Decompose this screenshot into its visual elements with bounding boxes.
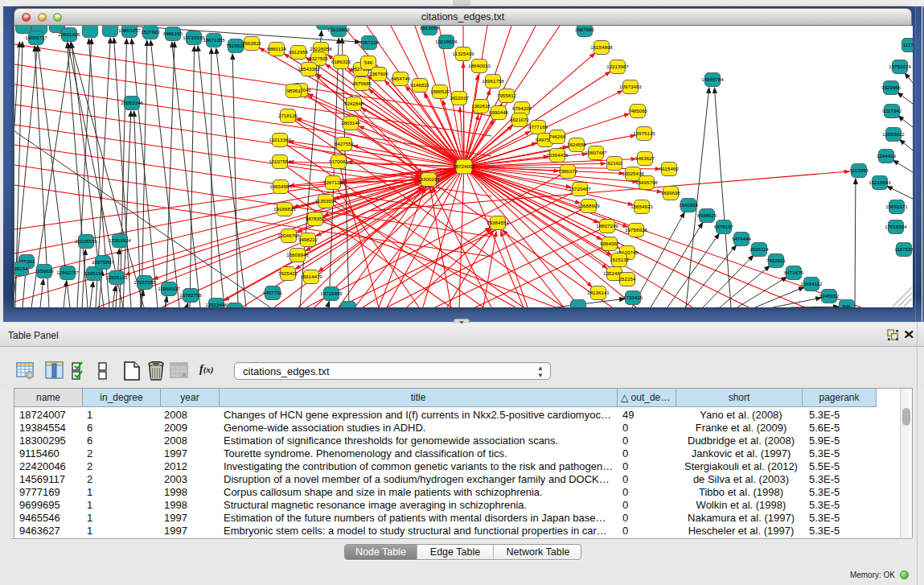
svg-text:8427552: 8427552 — [335, 141, 355, 146]
svg-text:16671355: 16671355 — [203, 37, 225, 43]
svg-text:2687682: 2687682 — [575, 27, 595, 32]
svg-text:19166825: 19166825 — [273, 206, 296, 212]
svg-text:16961758: 16961758 — [482, 78, 504, 84]
svg-text:12093822: 12093822 — [882, 131, 905, 137]
svg-text:1156829: 1156829 — [35, 268, 54, 274]
svg-text:7625402: 7625402 — [278, 270, 298, 276]
svg-text:7957224: 7957224 — [359, 39, 380, 45]
svg-text:20053346: 20053346 — [121, 100, 143, 105]
svg-text:16914479: 16914479 — [300, 274, 322, 279]
svg-text:39154: 39154 — [14, 266, 28, 271]
svg-text:18640910: 18640910 — [468, 63, 491, 68]
svg-text:18300295: 18300295 — [417, 176, 440, 182]
svg-text:9463627: 9463627 — [635, 155, 655, 161]
svg-text:10107554: 10107554 — [269, 159, 291, 164]
svg-text:7386372: 7386372 — [558, 168, 578, 174]
svg-text:12975135: 12975135 — [633, 130, 655, 136]
svg-text:9329966: 9329966 — [881, 84, 901, 90]
svg-text:16210643: 16210643 — [869, 179, 891, 185]
svg-text:7663822: 7663822 — [242, 40, 262, 46]
svg-text:8186323: 8186323 — [331, 59, 351, 64]
svg-text:62160: 62160 — [607, 160, 622, 166]
svg-text:7485063: 7485063 — [628, 108, 648, 113]
svg-text:15692971: 15692971 — [885, 204, 908, 209]
svg-text:3822037: 3822037 — [450, 95, 470, 101]
svg-text:8466160: 8466160 — [163, 31, 183, 36]
svg-text:15751074: 15751074 — [889, 64, 911, 69]
svg-text:2803144: 2803144 — [341, 120, 361, 126]
svg-text:10688609: 10688609 — [577, 203, 600, 208]
svg-text:3675685: 3675685 — [352, 80, 372, 86]
svg-text:9474444: 9474444 — [732, 236, 752, 241]
svg-text:252254: 252254 — [619, 276, 636, 282]
svg-text:16654985: 16654985 — [269, 183, 292, 189]
svg-text:15716485: 15716485 — [320, 290, 343, 296]
svg-text:10807487: 10807487 — [585, 150, 607, 155]
svg-text:98961: 98961 — [286, 88, 301, 93]
svg-text:9170061: 9170061 — [329, 159, 349, 164]
svg-text:2935114: 2935114 — [749, 246, 769, 252]
svg-text:2718126: 2718126 — [278, 113, 298, 118]
svg-text:10853257: 10853257 — [118, 27, 141, 33]
svg-text:9327505: 9327505 — [309, 56, 329, 61]
svg-text:20206536: 20206536 — [75, 238, 97, 244]
svg-text:8938923: 8938923 — [697, 212, 717, 218]
svg-text:11325419: 11325419 — [452, 51, 474, 56]
svg-text:16782759: 16782759 — [179, 292, 202, 298]
svg-text:9699695: 9699695 — [661, 190, 681, 196]
svg-text:1527602: 1527602 — [141, 29, 161, 35]
svg-text:9245652: 9245652 — [819, 293, 840, 299]
svg-text:1167533: 1167533 — [894, 246, 913, 252]
svg-text:1362615: 1362615 — [471, 103, 491, 109]
svg-text:17016504: 17016504 — [885, 224, 907, 229]
svg-text:15495798: 15495798 — [635, 179, 658, 185]
svg-text:19756928: 19756928 — [625, 227, 647, 233]
svg-text:16809948: 16809948 — [286, 252, 309, 257]
svg-text:17359924: 17359924 — [109, 237, 131, 243]
svg-text:10025438: 10025438 — [622, 171, 644, 176]
svg-text:8267130: 8267130 — [323, 179, 343, 185]
svg-text:9498222: 9498222 — [298, 237, 318, 242]
svg-text:20975867: 20975867 — [92, 259, 114, 265]
svg-text:10046788: 10046788 — [277, 233, 300, 238]
svg-text:7955812: 7955812 — [497, 93, 517, 98]
svg-text:1733426: 1733426 — [623, 295, 643, 300]
svg-text:9227342: 9227342 — [882, 108, 902, 113]
svg-text:8813054: 8813054 — [420, 26, 440, 31]
svg-text:10958107: 10958107 — [158, 286, 180, 291]
svg-text:9457791: 9457791 — [263, 290, 283, 295]
svg-text:15654923: 15654923 — [630, 204, 653, 209]
svg-text:9115460: 9115460 — [659, 166, 679, 171]
svg-text:6794207: 6794207 — [512, 105, 532, 111]
svg-text:9777169: 9777169 — [528, 124, 548, 130]
svg-text:8990448: 8990448 — [489, 109, 509, 115]
svg-text:10719155: 10719155 — [183, 35, 205, 40]
svg-text:19218506: 19218506 — [435, 39, 458, 44]
svg-text:546: 546 — [364, 60, 373, 65]
svg-text:1640954: 1640954 — [679, 202, 699, 208]
svg-text:7632621: 7632621 — [766, 257, 786, 263]
svg-text:746266: 746266 — [549, 134, 566, 139]
svg-text:23226058: 23226058 — [310, 46, 332, 51]
svg-text:8454749: 8454749 — [391, 76, 411, 81]
svg-text:16154808: 16154808 — [590, 44, 613, 50]
svg-text:16648784: 16648784 — [701, 76, 724, 82]
svg-text:15720407: 15720407 — [569, 186, 591, 192]
svg-text:946: 946 — [843, 303, 852, 307]
svg-text:2367608: 2367608 — [369, 71, 389, 76]
svg-text:18724007: 18724007 — [453, 163, 475, 169]
svg-text:1345194: 1345194 — [84, 270, 105, 276]
svg-text:12505135: 12505135 — [105, 274, 128, 280]
svg-text:9146821: 9146821 — [410, 82, 430, 88]
svg-text:8860124: 8860124 — [267, 46, 287, 51]
svg-text:6879197: 6879197 — [714, 224, 734, 229]
svg-text:1615132: 1615132 — [610, 257, 630, 262]
svg-text:12213369: 12213369 — [269, 137, 291, 142]
svg-text:14055717: 14055717 — [25, 35, 47, 40]
svg-text:18807249: 18807249 — [596, 223, 618, 229]
svg-text:16543362: 16543362 — [298, 66, 320, 72]
svg-text:8471676: 8471676 — [784, 270, 804, 275]
svg-text:19384554: 19384554 — [487, 220, 509, 225]
svg-text:12942737: 12942737 — [56, 270, 79, 275]
svg-text:8912954: 8912954 — [289, 49, 309, 55]
